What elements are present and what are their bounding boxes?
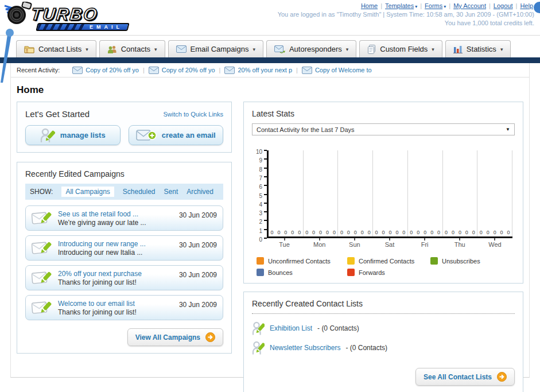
recent-activity-link[interactable]: Copy of Welcome to [315, 67, 372, 73]
tab-email-campaigns[interactable]: Email Campaigns▾ [168, 40, 263, 57]
x-tick-label: Thu [454, 241, 465, 248]
nav-link-forms[interactable]: Forms▾ [425, 2, 446, 9]
x-tick-mark [354, 238, 355, 240]
x-tick-thu: Thu [442, 238, 477, 248]
y-tick-mark [264, 211, 267, 212]
nav-link-templates[interactable]: Templates▾ [385, 2, 417, 9]
campaign-title-link[interactable]: Welcome to our email list [58, 300, 173, 308]
envelope-pencil-icon [32, 210, 52, 226]
x-tick-mark [424, 238, 425, 240]
y-tick-label: 6 [259, 184, 262, 190]
switch-quick-links[interactable]: Switch to Quick Links [163, 111, 223, 118]
value-label: 0 [480, 230, 483, 235]
campaign-row[interactable]: Introducing our new range ...Introducing… [25, 235, 223, 261]
nav-divider: | [489, 2, 491, 9]
create-email-button[interactable]: create an email [129, 125, 224, 145]
value-label: 0 [270, 230, 273, 235]
y-tick-label: 10 [256, 149, 262, 155]
person-pencil-small-icon [252, 340, 265, 355]
filter-all-campaigns[interactable]: All Campaigns [61, 187, 114, 197]
value-label: 0 [437, 230, 440, 235]
header: TURBO EMAIL Home|Templates▾|Forms▾|My Ac… [0, 0, 540, 36]
person-pencil-icon [40, 127, 55, 143]
value-label: 0 [459, 230, 461, 235]
campaign-date: 30 Jun 2009 [179, 301, 217, 309]
recent-activity-bar: Recent Activity: Copy of 20% off yo|Copy… [11, 63, 529, 77]
value-label: 0 [494, 230, 496, 235]
recent-activity-link[interactable]: Copy of 20% off yo [162, 67, 215, 73]
campaign-text: See us at the retail food ...We're givin… [58, 210, 173, 227]
recent-activity-item: 20% off your next p [224, 67, 292, 74]
tab-statistics[interactable]: Statistics▾ [445, 40, 511, 57]
tab-contact-lists[interactable]: Contact Lists▾ [16, 40, 96, 57]
campaign-title-link[interactable]: Introducing our new range ... [58, 240, 173, 248]
legend-swatch [257, 269, 264, 276]
y-tick-mark [264, 229, 267, 230]
value-label: 0 [375, 230, 378, 235]
contact-list-item: Exhibition List - (0 Contacts) [252, 321, 515, 336]
recent-activity-link[interactable]: 20% off your next p [238, 67, 292, 73]
login-info: You are logged in as "Timothy Smith" | S… [278, 11, 534, 18]
filter-scheduled[interactable]: Scheduled [123, 188, 156, 196]
nav-link-my-account[interactable]: My Account [453, 2, 486, 9]
chevron-down-icon: ▾ [415, 4, 417, 9]
get-started-title: Let's Get Started [25, 109, 90, 119]
people-icon [107, 45, 117, 53]
campaigns-panel: Recently Edited Campaigns SHOW: All Camp… [17, 162, 232, 354]
value-label: 0 [354, 230, 357, 235]
value-label: 0 [277, 230, 280, 235]
filter-archived[interactable]: Archived [187, 188, 213, 196]
legend-item-forwards: Forwards [347, 269, 430, 276]
x-tick-fri: Fri [407, 238, 442, 248]
legend-label: Bounces [268, 269, 293, 276]
see-all-contact-lists-button[interactable]: See All Contact Lists [415, 368, 515, 386]
campaign-title-link[interactable]: 20% off your next purchase [58, 270, 173, 278]
legend-item-unconfirmed-contacts: Unconfirmed Contacts [257, 257, 347, 265]
view-all-campaigns-button[interactable]: View All Campaigns [127, 328, 223, 346]
contact-list-link[interactable]: Newsletter Subscribers [270, 344, 340, 352]
chevron-down-icon: ▾ [86, 46, 88, 52]
value-label: 0 [291, 230, 294, 235]
x-tick-mark [284, 238, 285, 240]
tab-custom-fields[interactable]: Custom Fields▾ [359, 40, 442, 57]
main-tabbar: Contact Lists▾Contacts▾Email Campaigns▾A… [0, 36, 540, 57]
navy-divider-bar [0, 57, 540, 63]
campaign-row[interactable]: 20% off your next purchaseThanks for joi… [25, 265, 223, 290]
person-pencil-small-icon [252, 321, 265, 336]
tab-autoresponders[interactable]: Autoresponders▾ [266, 40, 356, 57]
tab-contacts[interactable]: Contacts▾ [99, 40, 165, 57]
recent-activity-link[interactable]: Copy of 20% off yo [86, 67, 139, 73]
x-tick-tue: Tue [267, 238, 302, 248]
campaign-title-link[interactable]: See us at the retail food ... [58, 210, 173, 218]
value-label: 0 [395, 230, 398, 235]
nav-link-home[interactable]: Home [361, 2, 378, 9]
envelope-icon [176, 45, 187, 53]
chevron-down-icon: ▾ [432, 46, 434, 52]
value-label: 0 [500, 230, 503, 235]
top-nav: Home|Templates▾|Forms▾|My Account|Logout… [278, 2, 534, 9]
y-tick-label: 7 [259, 174, 262, 181]
stats-period-value: Contact Activity for the Last 7 Days [257, 126, 355, 133]
nav-link-logout[interactable]: Logout [494, 2, 513, 9]
envelope-icon [224, 67, 235, 74]
contact-list-link[interactable]: Exhibition List [270, 324, 312, 332]
y-tick-label: 0 [259, 236, 262, 243]
x-tick-sun: Sun [337, 238, 372, 248]
nav-link-help[interactable]: Help [520, 2, 533, 9]
stats-period-select[interactable]: Contact Activity for the Last 7 Days ▼ [252, 123, 515, 135]
tab-label: Contacts [121, 45, 150, 53]
campaign-row[interactable]: Welcome to our email listThanks for join… [25, 295, 223, 320]
latest-stats-title: Latest Stats [252, 109, 515, 118]
recent-activity-item: Copy of Welcome to [302, 67, 372, 74]
campaign-text: Welcome to our email listThanks for join… [58, 300, 173, 316]
logo: TURBO EMAIL [3, 2, 147, 31]
value-label: 0 [333, 230, 336, 235]
campaign-row[interactable]: See us at the retail food ...We're givin… [25, 205, 223, 231]
manage-lists-button[interactable]: manage lists [25, 125, 121, 145]
filter-sent[interactable]: Sent [164, 188, 178, 196]
help-bubble-icon[interactable] [534, 2, 540, 13]
legend-swatch [347, 269, 355, 276]
y-tick-label: 5 [259, 192, 262, 199]
contact-list-detail: - (0 Contacts) [317, 324, 359, 332]
logo-email-bar: EMAIL [36, 23, 129, 31]
